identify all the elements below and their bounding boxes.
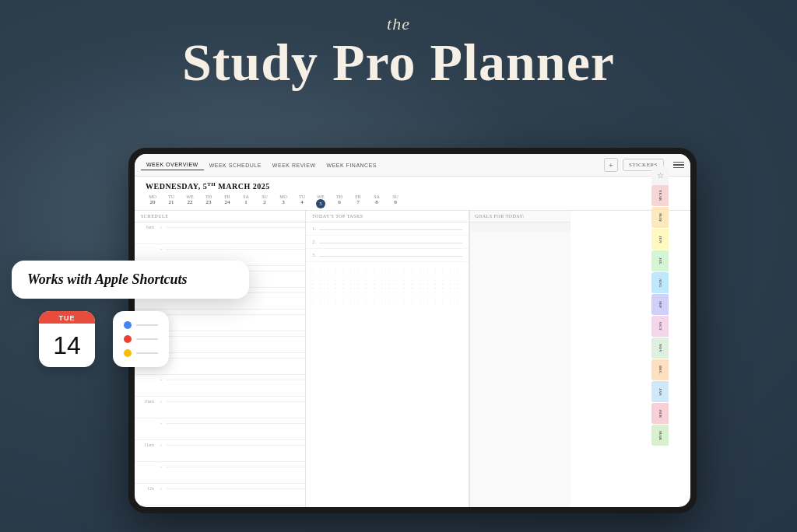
reminders-icon [113, 311, 169, 367]
tab-feb[interactable]: FEB [651, 403, 669, 424]
planner-date: WEDNESDAY, 5TH MARCH 2025 [135, 177, 690, 193]
month-tabs-container: YEAR MAY JUN JUL AUG SEP OCT NOV DEC JAN… [651, 185, 669, 446]
day-num: 1 [244, 199, 248, 205]
tab-aug[interactable]: AUG [651, 272, 669, 293]
tab-jan[interactable]: JAN [651, 381, 669, 402]
reminder-dot-red [124, 335, 132, 343]
cal-day: MO20 [146, 194, 160, 208]
time-slot: + [135, 375, 305, 397]
tasks-column: TODAY'S TOP TASKS 1. 2. 3. document.curr… [306, 211, 469, 507]
planner-main: WEDNESDAY, 5TH MARCH 2025 MO20 TU21 WE22… [135, 177, 690, 507]
schedule-label: SCHEDULE [135, 211, 305, 222]
task-number: 3. [312, 252, 316, 258]
time-slot: 12n+ [135, 484, 305, 506]
day-num: 3 [282, 199, 285, 205]
task-number: 1. [312, 226, 316, 232]
cal-day: FR24 [220, 194, 234, 208]
tab-sep[interactable]: SEP [651, 294, 669, 315]
cal-day: MO3 [276, 194, 290, 208]
dot-grid-area: document.currentScript.insertAdjacentHTM… [306, 262, 469, 310]
day-num: 21 [169, 199, 174, 205]
menu-line [673, 164, 684, 166]
tab-jun[interactable]: JUN [651, 229, 669, 250]
cal-day: WE22 [183, 194, 197, 208]
reminder-line [136, 324, 158, 326]
reminder-dot-yellow [124, 349, 132, 357]
cal-day: SU9 [388, 194, 402, 208]
tab-jul[interactable]: JUL [651, 250, 669, 271]
goals-dots [470, 222, 571, 232]
tab-week-finances[interactable]: WEEK FINANCES [321, 160, 382, 170]
planner-content: SCHEDULE 6am+ + 7am+ + 8am+ + 9am+ + 10a… [135, 210, 690, 507]
calendar-icon-day-num: 14 [39, 324, 95, 367]
time-slot: 10am+ [135, 397, 305, 418]
time-label: 6am [135, 222, 156, 229]
tab-mar[interactable]: MAR [651, 425, 669, 446]
shortcuts-text: Works with Apple Shortcuts [27, 271, 188, 287]
tablet-device: WEEK OVERVIEW WEEK SCHEDULE WEEK REVIEW … [128, 148, 697, 513]
time-slot: 11am+ [135, 440, 305, 462]
tab-dec[interactable]: DEC [651, 359, 669, 380]
reminder-row [124, 335, 158, 343]
time-slot: + [135, 418, 305, 440]
reminder-row [124, 349, 158, 357]
day-num: 23 [206, 199, 212, 205]
tab-may[interactable]: MAY [651, 207, 669, 228]
time-label: 11am [135, 440, 156, 447]
goals-label: GOALS FOR TODAY: [470, 211, 571, 222]
shortcuts-card: Works with Apple Shortcuts [12, 261, 249, 299]
time-label [135, 418, 156, 421]
cal-day: SA1 [239, 194, 253, 208]
time-label [135, 244, 156, 247]
cal-day: TU21 [164, 194, 178, 208]
day-num: 6 [338, 199, 341, 205]
task-item: 2. [306, 236, 469, 249]
subtitle-the: the [0, 14, 797, 34]
calendar-icon: TUE 14 [39, 311, 95, 367]
cal-day: SU2 [258, 194, 272, 208]
day-num-today: 5 [316, 199, 325, 208]
tab-oct[interactable]: OCT [651, 316, 669, 337]
day-num: 20 [150, 199, 156, 205]
time-slot: + [135, 462, 305, 484]
time-slot: 6am+ [135, 222, 305, 244]
topbar-right: + STICKERS [604, 158, 684, 172]
task-number: 2. [312, 239, 316, 245]
calendar-icon-day-name: TUE [39, 311, 95, 324]
tab-week-schedule[interactable]: WEEK SCHEDULE [204, 160, 267, 170]
tablet-screen: WEEK OVERVIEW WEEK SCHEDULE WEEK REVIEW … [135, 154, 690, 507]
tab-nov[interactable]: NOV [651, 338, 669, 359]
cal-day: TH6 [332, 194, 346, 208]
day-num: 22 [188, 199, 193, 205]
goals-column: GOALS FOR TODAY: [469, 211, 571, 507]
menu-line [673, 167, 684, 169]
day-num: 9 [394, 199, 397, 205]
reminder-row [124, 321, 158, 329]
menu-icon[interactable] [673, 162, 684, 169]
tab-year[interactable]: YEAR [651, 185, 669, 206]
time-label: 12n [135, 484, 156, 491]
reminder-dot-blue [124, 321, 132, 329]
add-button[interactable]: + [604, 158, 618, 172]
cal-day: FR7 [351, 194, 365, 208]
cal-day: TH23 [202, 194, 216, 208]
time-label: 10am [135, 397, 156, 404]
calendar-row: MO20 TU21 WE22 TH23 FR24 SA1 SU2 MO3 TU4… [135, 193, 690, 210]
cal-day: TU4 [295, 194, 309, 208]
menu-line [673, 162, 684, 163]
tab-week-overview[interactable]: WEEK OVERVIEW [141, 159, 204, 170]
task-item: 1. [306, 222, 469, 236]
reminder-line [136, 338, 158, 340]
main-title: Study Pro Planner [0, 36, 797, 89]
day-num: 8 [375, 199, 378, 205]
day-num: 24 [225, 199, 230, 205]
reminder-line [136, 352, 158, 354]
tab-week-review[interactable]: WEEK REVIEW [267, 160, 321, 170]
tasks-label: TODAY'S TOP TASKS [306, 211, 469, 222]
cal-day: WE5 [314, 194, 328, 208]
title-area: the Study Pro Planner [0, 14, 797, 89]
star-tab[interactable]: ☆ [651, 166, 669, 185]
time-label [135, 506, 156, 507]
time-label [135, 462, 156, 464]
day-num: 2 [263, 199, 266, 205]
